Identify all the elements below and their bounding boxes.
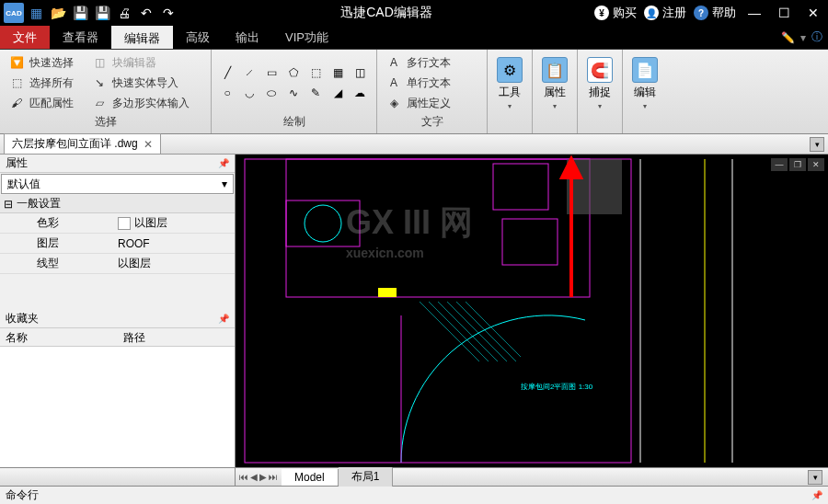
stext-icon: A bbox=[386, 75, 401, 90]
minimize-button[interactable]: — bbox=[743, 4, 765, 22]
layout-tab[interactable]: 布局1 bbox=[339, 467, 394, 487]
line-tool[interactable]: ╱ bbox=[219, 64, 236, 81]
svg-line-14 bbox=[447, 302, 507, 361]
tab-viewer[interactable]: 查看器 bbox=[50, 26, 111, 49]
close-button[interactable]: ✕ bbox=[802, 4, 824, 22]
favorites-panel-header: 收藏夹 📌 bbox=[0, 310, 235, 328]
match-props-button[interactable]: 🖌匹配属性 bbox=[7, 95, 75, 112]
property-row-layer[interactable]: 图层 ROOF bbox=[0, 234, 235, 254]
hatch-tool[interactable]: ▦ bbox=[329, 64, 346, 81]
eraser-tool[interactable]: ◢ bbox=[329, 85, 346, 101]
select-all-button[interactable]: ⬚选择所有 bbox=[7, 74, 75, 92]
document-filename: 六层按摩包间立面详 .dwg bbox=[12, 136, 138, 152]
save-icon[interactable]: 💾 bbox=[70, 3, 90, 23]
quick-solid-import-button[interactable]: ↘快速实体导入 bbox=[90, 74, 180, 92]
property-selector[interactable]: 默认值 ▾ bbox=[1, 174, 234, 194]
polygon-tool[interactable]: ⬠ bbox=[285, 64, 302, 81]
properties-button[interactable]: 📋 属性 ▾ bbox=[535, 53, 575, 114]
mtext-button[interactable]: A多行文本 bbox=[385, 54, 479, 72]
polyline-tool[interactable]: ⟋ bbox=[241, 64, 258, 81]
app-icon: CAD bbox=[4, 3, 24, 23]
poly-icon: ▱ bbox=[92, 96, 107, 110]
tab-nav-prev[interactable]: ◀ bbox=[250, 472, 258, 482]
properties-panel-header: 属性 📌 bbox=[0, 155, 235, 173]
maximize-button[interactable]: ☐ bbox=[773, 4, 795, 22]
pencil-icon[interactable]: ✏️ bbox=[781, 31, 795, 44]
svg-line-16 bbox=[466, 302, 521, 357]
selectall-icon: ⬚ bbox=[9, 75, 24, 90]
attr-icon: ◈ bbox=[386, 96, 401, 110]
general-settings-section[interactable]: ⊟ 一般设置 bbox=[0, 195, 235, 213]
svg-rect-1 bbox=[286, 159, 590, 297]
pen-tool[interactable]: ✎ bbox=[307, 85, 324, 101]
quick-select-button[interactable]: 🔽快速选择 bbox=[7, 54, 75, 72]
ellipse-tool[interactable]: ⬭ bbox=[263, 85, 280, 101]
svg-line-12 bbox=[429, 302, 489, 361]
pin-icon[interactable]: 📌 bbox=[811, 490, 822, 500]
help-button[interactable]: ? 帮助 bbox=[694, 5, 736, 21]
expand-button[interactable]: ▾ bbox=[808, 470, 822, 485]
favorites-col-path[interactable]: 路径 bbox=[118, 328, 236, 346]
property-row-linetype[interactable]: 线型 以图层 bbox=[0, 254, 235, 274]
buy-button[interactable]: ¥ 购买 bbox=[594, 5, 637, 21]
model-tab[interactable]: Model bbox=[282, 469, 339, 486]
chevron-down-icon: ▾ bbox=[643, 102, 647, 110]
chevron-down-icon: ▾ bbox=[598, 102, 602, 110]
svg-rect-4 bbox=[493, 164, 548, 210]
drawing-canvas[interactable]: — ❐ ✕ 按摩包间2平面图 1:30 bbox=[236, 155, 828, 467]
stext-button[interactable]: A单行文本 bbox=[385, 74, 479, 92]
rect-tool[interactable]: ▭ bbox=[263, 64, 280, 81]
property-row-color[interactable]: 色彩 以图层 bbox=[0, 213, 235, 234]
tab-nav-last[interactable]: ⏭ bbox=[269, 472, 278, 482]
collapse-ribbon-button[interactable]: ▾ bbox=[810, 137, 824, 152]
edit-button[interactable]: 📄 编辑 ▾ bbox=[625, 53, 665, 114]
pin-icon[interactable]: 📌 bbox=[218, 314, 229, 324]
favorites-col-name[interactable]: 名称 bbox=[0, 328, 118, 346]
chevron-down-icon: ▾ bbox=[553, 102, 557, 110]
svg-line-11 bbox=[420, 302, 479, 361]
pin-icon[interactable]: 📌 bbox=[218, 158, 229, 168]
yen-icon: ¥ bbox=[594, 6, 609, 20]
dropdown-icon[interactable]: ▾ bbox=[800, 31, 806, 44]
commandline-label[interactable]: 命令行 bbox=[6, 487, 39, 503]
circle-tool[interactable]: ○ bbox=[219, 85, 236, 101]
poly-solid-input-button[interactable]: ▱多边形实体输入 bbox=[90, 95, 191, 112]
arc-tool[interactable]: ◡ bbox=[241, 85, 258, 101]
red-arrow-annotation bbox=[558, 155, 585, 302]
cloud-tool[interactable]: ☁ bbox=[351, 85, 368, 101]
region-tool[interactable]: ◫ bbox=[351, 64, 368, 81]
info-icon[interactable]: ⓘ bbox=[811, 29, 822, 45]
new-icon[interactable]: ▦ bbox=[26, 3, 46, 23]
tools-icon: ⚙ bbox=[497, 57, 523, 83]
tools-button[interactable]: ⚙ 工具 ▾ bbox=[489, 53, 530, 114]
saveas-icon[interactable]: 💾 bbox=[92, 3, 112, 23]
svg-rect-17 bbox=[378, 288, 397, 297]
user-icon: 👤 bbox=[644, 6, 659, 20]
import-icon: ↘ bbox=[92, 75, 107, 90]
snap-button[interactable]: 🧲 捕捉 ▾ bbox=[580, 53, 620, 114]
close-tab-icon[interactable]: ✕ bbox=[144, 138, 153, 151]
tab-output[interactable]: 输出 bbox=[223, 26, 272, 49]
tab-nav-first[interactable]: ⏮ bbox=[239, 472, 248, 482]
tab-vip[interactable]: VIP功能 bbox=[272, 26, 341, 49]
tab-advanced[interactable]: 高级 bbox=[173, 26, 223, 49]
block-icon: ◫ bbox=[92, 55, 107, 70]
open-icon[interactable]: 📂 bbox=[48, 3, 68, 23]
redo-icon[interactable]: ↷ bbox=[158, 3, 178, 23]
drawing-annotation: 按摩包间2平面图 1:30 bbox=[521, 383, 593, 391]
svg-point-3 bbox=[305, 205, 341, 242]
document-tab[interactable]: 六层按摩包间立面详 .dwg ✕ bbox=[4, 133, 161, 155]
register-button[interactable]: 👤 注册 bbox=[644, 5, 686, 21]
attrdef-button[interactable]: ◈属性定义 bbox=[385, 95, 479, 112]
tab-nav-next[interactable]: ▶ bbox=[259, 472, 267, 482]
tab-file[interactable]: 文件 bbox=[0, 26, 50, 49]
dashed-rect-tool[interactable]: ⬚ bbox=[307, 64, 324, 81]
undo-icon[interactable]: ↶ bbox=[136, 3, 156, 23]
tab-editor[interactable]: 编辑器 bbox=[111, 26, 173, 49]
print-icon[interactable]: 🖨 bbox=[114, 3, 134, 23]
block-editor-button[interactable]: ◫块编辑器 bbox=[90, 54, 158, 72]
clipboard-icon: 📋 bbox=[542, 57, 568, 83]
mtext-icon: A bbox=[386, 55, 401, 70]
svg-rect-5 bbox=[502, 219, 558, 265]
spline-tool[interactable]: ∿ bbox=[285, 85, 302, 101]
